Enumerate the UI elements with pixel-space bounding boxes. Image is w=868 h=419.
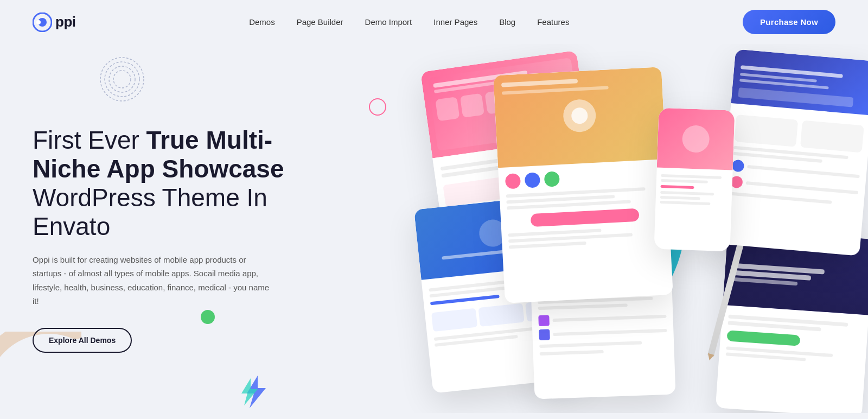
lightning-decoration <box>239 373 271 413</box>
nav-features[interactable]: Features <box>537 17 569 27</box>
logo-text: ppi <box>55 14 76 30</box>
nav-blog[interactable]: Blog <box>499 17 515 27</box>
svg-point-4 <box>105 62 139 97</box>
logo[interactable]: ppi <box>33 12 76 32</box>
circle-lines-decoration <box>98 55 146 104</box>
purchase-now-button[interactable]: Purchase Now <box>743 10 835 34</box>
hero-heading: First Ever True Multi-Niche App Showcase… <box>33 126 326 241</box>
mockup-card-dark-blue <box>719 49 868 256</box>
svg-point-2 <box>36 20 41 24</box>
hero-section: First Ever True Multi-Niche App Showcase… <box>0 44 868 413</box>
hero-heading-normal: First Ever <box>33 126 146 154</box>
svg-point-3 <box>100 58 144 101</box>
pink-ring-decoration <box>369 98 386 116</box>
nav-demos[interactable]: Demos <box>249 17 275 27</box>
nav-page-builder[interactable]: Page Builder <box>297 17 343 27</box>
svg-point-6 <box>113 71 131 88</box>
hero-text-block: First Ever True Multi-Niche App Showcase… <box>33 126 326 353</box>
navbar: ppi Demos Page Builder Demo Import Inner… <box>0 0 868 44</box>
mockup-phone-small <box>654 108 735 252</box>
hero-description: Oppi is built for creating websites of m… <box>33 253 277 308</box>
explore-all-demos-button[interactable]: Explore All Demos <box>33 328 132 353</box>
mockup-showcase <box>391 44 868 413</box>
mockup-card-tablet <box>493 67 673 303</box>
nav-inner-pages[interactable]: Inner Pages <box>433 17 477 27</box>
nav-links: Demos Page Builder Demo Import Inner Pag… <box>249 17 569 27</box>
nav-demo-import[interactable]: Demo Import <box>365 17 412 27</box>
logo-icon <box>33 12 52 32</box>
svg-point-5 <box>109 66 135 92</box>
hero-heading-suffix: WordPress Theme In Envato <box>33 183 267 240</box>
